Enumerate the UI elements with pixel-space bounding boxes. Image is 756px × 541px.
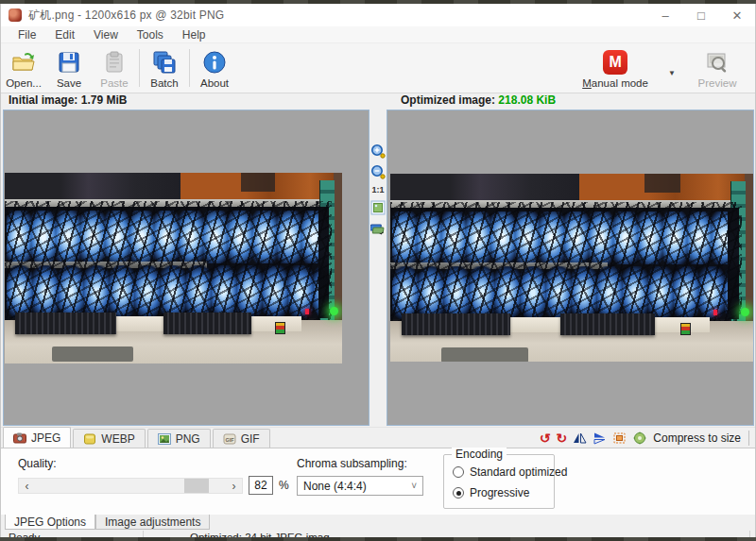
compress-to-size-button[interactable]: Compress to size bbox=[653, 431, 741, 445]
tab-jpeg-options[interactable]: JPEG Options bbox=[5, 515, 95, 530]
slider-left-arrow[interactable]: ‹ bbox=[19, 479, 35, 493]
percent-sign: % bbox=[279, 479, 289, 492]
chroma-subsampling-label: Chroma subsampling: bbox=[297, 457, 407, 470]
batch-label: Batch bbox=[150, 77, 178, 89]
flip-vertical-icon[interactable] bbox=[593, 431, 607, 445]
menu-help[interactable]: Help bbox=[173, 28, 215, 42]
pan-scroll-icon[interactable] bbox=[370, 221, 386, 236]
radio-circle[interactable] bbox=[453, 466, 464, 478]
zoom-tool-strip: 1:1 bbox=[369, 110, 387, 426]
mode-dropdown-arrow[interactable]: ▼ bbox=[655, 69, 689, 77]
gif-tab-icon: GIF bbox=[223, 433, 236, 445]
rotate-right-icon[interactable]: ↻ bbox=[557, 431, 568, 445]
quality-slider[interactable]: ‹ › bbox=[18, 478, 243, 494]
slider-track[interactable] bbox=[35, 479, 226, 493]
quality-label: Quality: bbox=[18, 457, 57, 470]
open-button[interactable]: Open... bbox=[1, 43, 46, 93]
toolbar-separator bbox=[139, 49, 140, 87]
screenshot-bottom-edge bbox=[0, 537, 756, 541]
compress-to-size-icon[interactable] bbox=[632, 431, 647, 445]
batch-floppies-icon bbox=[152, 50, 177, 75]
jpeg-options-panel: Quality: ‹ › 82 % Chroma subsampling: No… bbox=[1, 448, 755, 515]
photo-power-supply bbox=[15, 313, 116, 334]
optimized-image-info: Optimized image: 218.08 KiB bbox=[401, 93, 556, 107]
batch-button[interactable]: Batch bbox=[142, 43, 187, 93]
title-bar: 矿机.png - 1200x616 px @ 32bit PNG – □ ✕ bbox=[1, 4, 755, 26]
initial-image-panel[interactable] bbox=[3, 110, 369, 426]
jpeg-tab-icon bbox=[13, 432, 26, 444]
tab-image-adjustments[interactable]: Image adjustments bbox=[95, 515, 210, 530]
open-label: Open... bbox=[6, 77, 42, 89]
rotate-left-icon[interactable]: ↺ bbox=[540, 431, 551, 445]
image-compare-area: 1:1 bbox=[1, 110, 755, 427]
encoding-legend: Encoding bbox=[452, 448, 507, 461]
preview-magnifier-icon bbox=[705, 50, 730, 75]
save-label: Save bbox=[57, 77, 81, 89]
fit-image-icon[interactable] bbox=[370, 200, 386, 215]
minimize-button[interactable]: – bbox=[647, 4, 683, 26]
paste-button[interactable]: Paste bbox=[92, 43, 137, 93]
paste-label: Paste bbox=[100, 77, 128, 89]
preview-button[interactable]: Preview bbox=[689, 43, 746, 93]
tab-gif[interactable]: GIF GIF bbox=[213, 429, 270, 448]
svg-text:GIF: GIF bbox=[225, 436, 234, 442]
format-tab-bar: JPEG WEBP PNG GIF GIF bbox=[1, 427, 755, 448]
zoom-one-to-one-button[interactable]: 1:1 bbox=[371, 185, 384, 194]
radio-progressive[interactable]: Progressive bbox=[453, 486, 529, 499]
menu-file[interactable]: File bbox=[9, 28, 45, 42]
save-button[interactable]: Save bbox=[46, 43, 92, 93]
menu-edit[interactable]: Edit bbox=[45, 28, 84, 42]
open-folder-icon bbox=[11, 50, 36, 75]
menu-view[interactable]: View bbox=[84, 28, 128, 42]
radio-circle-checked[interactable] bbox=[453, 487, 464, 499]
toolbar-right-group: M Manual mode ▼ Preview bbox=[576, 43, 755, 93]
optimized-size-value: 218.08 KiB bbox=[498, 93, 556, 107]
photo-cube bbox=[275, 322, 285, 334]
flip-horizontal-icon[interactable] bbox=[573, 431, 587, 445]
quality-value-input[interactable]: 82 bbox=[249, 476, 273, 495]
optimized-image-panel[interactable] bbox=[387, 110, 754, 426]
tab-png[interactable]: PNG bbox=[147, 429, 211, 448]
riot-app-window: 矿机.png - 1200x616 px @ 32bit PNG – □ ✕ F… bbox=[0, 4, 756, 537]
menu-bar: File Edit View Tools Help bbox=[1, 26, 755, 43]
zoom-in-icon[interactable] bbox=[370, 144, 386, 159]
about-info-icon bbox=[202, 50, 227, 75]
png-tab-icon bbox=[158, 433, 171, 445]
window-controls: – □ ✕ bbox=[647, 4, 755, 26]
chevron-down-icon: ˅ bbox=[411, 481, 417, 491]
radio-standard-optimized[interactable]: Standard optimized bbox=[453, 465, 567, 479]
paste-clipboard-icon bbox=[102, 50, 127, 75]
about-button[interactable]: About bbox=[192, 43, 237, 93]
app-icon bbox=[9, 8, 22, 22]
slider-thumb[interactable] bbox=[184, 479, 209, 493]
window-title: 矿机.png - 1200x616 px @ 32bit PNG bbox=[28, 8, 224, 24]
transform-tools: ↺ ↻ Compress to size bbox=[540, 428, 755, 448]
save-floppy-icon bbox=[57, 50, 81, 75]
initial-image-info: Initial image: 1.79 MiB bbox=[9, 93, 127, 107]
close-button[interactable]: ✕ bbox=[719, 4, 755, 26]
photo-cables bbox=[5, 201, 332, 322]
optimized-image-photo bbox=[390, 174, 753, 362]
encoding-groupbox: Encoding Standard optimized Progressive bbox=[443, 454, 555, 509]
menu-tools[interactable]: Tools bbox=[128, 28, 173, 42]
slider-right-arrow[interactable]: › bbox=[226, 479, 242, 493]
manual-mode-button[interactable]: M Manual mode bbox=[576, 43, 655, 93]
maximize-button[interactable]: □ bbox=[683, 4, 719, 26]
manual-mode-label: Manual mode bbox=[582, 77, 648, 89]
main-toolbar: Open... Save Paste bbox=[1, 43, 755, 93]
zoom-out-icon[interactable] bbox=[370, 164, 386, 179]
manual-letter: M bbox=[609, 54, 621, 71]
about-label: About bbox=[200, 77, 229, 89]
initial-image-photo bbox=[5, 173, 342, 363]
tab-jpeg[interactable]: JPEG bbox=[3, 427, 71, 448]
photo-power-supply bbox=[163, 313, 251, 334]
webp-tab-icon bbox=[83, 433, 96, 445]
toolbar-separator bbox=[189, 49, 190, 87]
resize-icon[interactable] bbox=[612, 431, 627, 445]
tab-webp[interactable]: WEBP bbox=[73, 429, 145, 448]
options-tab-bar: JPEG Options Image adjustments bbox=[1, 515, 755, 531]
preview-label: Preview bbox=[698, 77, 737, 89]
chroma-subsampling-select[interactable]: None (4:4:4) ˅ bbox=[297, 476, 423, 496]
image-info-row: Initial image: 1.79 MiB Optimized image:… bbox=[1, 93, 755, 110]
manual-mode-icon: M bbox=[603, 50, 627, 75]
